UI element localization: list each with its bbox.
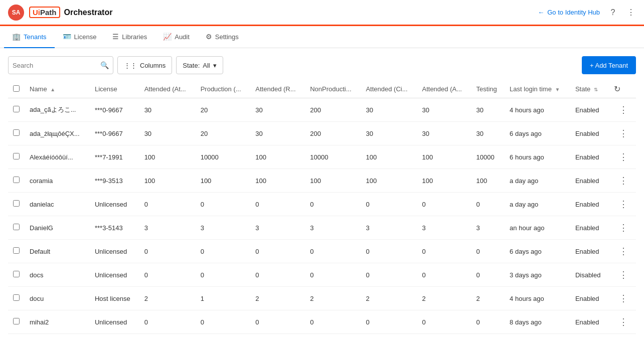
row-checkbox[interactable] [13,271,20,277]
col-nonproducti[interactable]: NonProducti... [305,80,361,98]
columns-button[interactable]: ⋮⋮ Columns [117,56,172,74]
state-filter-button[interactable]: State: All ▾ [176,56,223,74]
row-checkbox[interactable] [13,224,20,230]
row-checkbox-cell[interactable] [8,287,25,310]
tab-tenants[interactable]: 🏢 Tenants [4,26,55,48]
cell-state: Enabled [570,240,609,263]
sort-desc-icon: ▼ [555,87,560,92]
cell-actions: ⋮ [609,193,636,216]
table-row: mihai2 Unlicensed 0 0 0 0 0 0 0 8 days a… [8,310,636,334]
row-kebab-button[interactable]: ⋮ [616,174,631,187]
cell-name: DanielG [25,216,90,240]
cell-testing: 100 [471,169,505,193]
row-checkbox[interactable] [13,129,20,136]
cell-attended-ci: 0 [361,263,417,287]
cell-testing: 0 [471,263,505,287]
cell-license: ***7-1991 [90,145,139,169]
row-checkbox-cell[interactable] [8,145,25,169]
cell-production: 10000 [196,145,251,169]
cell-testing: 10000 [471,145,505,169]
cell-state: Disabled [570,263,609,287]
table-row: Default Unlicensed 0 0 0 0 0 0 0 6 days … [8,240,636,263]
tab-libraries-label: Libraries [122,33,147,41]
row-checkbox[interactable] [13,106,20,112]
cell-last-login: 6 days ago [505,240,570,263]
row-kebab-button[interactable]: ⋮ [616,103,631,116]
select-all-checkbox[interactable] [13,85,20,92]
row-checkbox[interactable] [13,247,20,254]
more-options-icon[interactable]: ⋮ [626,8,636,18]
col-production[interactable]: Production (... [196,80,251,98]
state-label: State: [183,62,200,69]
cell-attended-ci: 3 [361,216,417,240]
col-last-login[interactable]: Last login time ▼ [505,80,570,98]
row-kebab-button[interactable]: ⋮ [616,292,631,305]
tab-audit[interactable]: 📈 Audit [155,26,198,48]
row-kebab-button[interactable]: ⋮ [616,150,631,163]
row-checkbox[interactable] [13,294,20,301]
cell-attended-r: 100 [250,145,305,169]
row-checkbox-cell[interactable] [8,193,25,216]
row-checkbox-cell[interactable] [8,98,25,122]
tab-tenants-label: Tenants [24,33,47,41]
cell-name: ada_çãよろこ... [25,98,90,122]
row-kebab-button[interactable]: ⋮ [616,245,631,258]
cell-name: danielac [25,193,90,216]
col-license[interactable]: License [90,80,139,98]
row-checkbox[interactable] [13,318,20,324]
cell-state: Enabled [570,98,609,122]
cell-attended-a: 0 [417,240,471,263]
col-attended-a[interactable]: Attended (A... [417,80,471,98]
row-kebab-button[interactable]: ⋮ [616,221,631,234]
cell-last-login: a day ago [505,169,570,193]
col-attended-r[interactable]: Attended (R... [250,80,305,98]
help-icon[interactable]: ? [608,8,618,18]
row-kebab-button[interactable]: ⋮ [616,127,631,140]
tab-settings[interactable]: ⚙ Settings [198,26,247,48]
row-checkbox-cell[interactable] [8,216,25,240]
tab-libraries[interactable]: ☰ Libraries [104,26,155,48]
row-checkbox-cell[interactable] [8,263,25,287]
row-kebab-button[interactable]: ⋮ [616,268,631,281]
logo-orchestrator: Orchestrator [64,8,113,17]
col-testing-label: Testing [476,85,497,93]
cell-last-login: 3 days ago [505,263,570,287]
col-attended-at[interactable]: Attended (At... [139,80,196,98]
cell-name: docu [25,287,90,310]
row-checkbox-cell[interactable] [8,240,25,263]
cell-attended-a: 30 [417,98,471,122]
refresh-button[interactable]: ↻ [614,84,620,94]
cell-nonproducti: 200 [305,98,361,122]
col-state[interactable]: State ⇅ [570,80,609,98]
col-nonproducti-label: NonProducti... [310,85,351,93]
cell-attended-r: 30 [250,122,305,145]
row-checkbox-cell[interactable] [8,310,25,334]
row-kebab-button[interactable]: ⋮ [616,198,631,211]
cell-production: 0 [196,240,251,263]
search-input[interactable] [13,62,100,69]
cell-attended-at: 2 [139,287,196,310]
add-tenant-button[interactable]: + Add Tenant [582,56,636,74]
row-checkbox[interactable] [13,200,20,207]
row-checkbox[interactable] [13,153,20,159]
row-checkbox[interactable] [13,177,20,183]
select-all-header[interactable] [8,80,25,98]
row-kebab-button[interactable]: ⋮ [616,315,631,328]
cell-name: mihai2 [25,310,90,334]
col-testing[interactable]: Testing [471,80,505,98]
tab-license[interactable]: 🪪 License [55,26,105,48]
tenants-icon: 🏢 [12,33,21,41]
row-checkbox-cell[interactable] [8,169,25,193]
cell-attended-a: 0 [417,263,471,287]
row-checkbox-cell[interactable] [8,122,25,145]
col-attended-r-label: Attended (R... [255,85,295,93]
toolbar: 🔍 ⋮⋮ Columns State: All ▾ + Add Tenant [8,56,636,74]
col-name[interactable]: Name ▲ [25,80,90,98]
col-attended-ci[interactable]: Attended (Ci... [361,80,417,98]
tenants-table: Name ▲ License Attended (At... Productio… [8,80,636,334]
cell-attended-r: 0 [250,240,305,263]
table-row: coramia ***9-3513 100 100 100 100 100 10… [8,169,636,193]
cell-nonproducti: 3 [305,216,361,240]
identity-hub-link[interactable]: ← Go to Identity Hub [538,9,600,16]
cell-attended-ci: 0 [361,240,417,263]
